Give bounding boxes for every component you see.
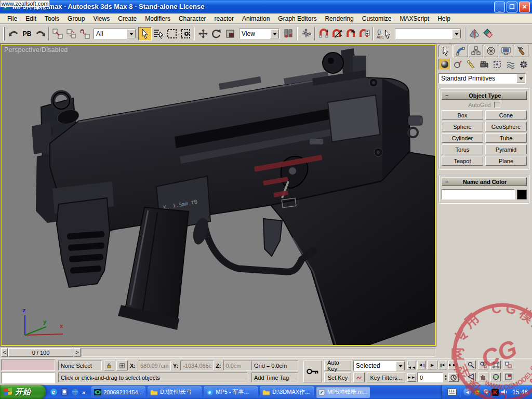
media-player-icon[interactable] — [61, 388, 68, 396]
pan-button[interactable] — [478, 373, 488, 381]
align-button[interactable] — [481, 27, 495, 41]
tray-clock[interactable]: 15:46 — [512, 389, 528, 396]
spinner-snap-button[interactable] — [357, 27, 371, 41]
current-frame-field[interactable]: 0 — [417, 373, 443, 382]
frame-spinner[interactable]: ▲▼ — [444, 374, 447, 381]
task-ie-mp5[interactable]: e MP5 - 军事... — [204, 387, 258, 398]
set-key-button[interactable]: Set Key — [324, 373, 351, 382]
next-frame-button[interactable]: ||► — [438, 361, 447, 369]
undo-button[interactable] — [7, 27, 21, 41]
time-next-button[interactable]: > — [74, 348, 81, 357]
cone-button[interactable]: Cone — [485, 110, 527, 120]
arc-rotate-button[interactable] — [490, 373, 501, 381]
pyramid-button[interactable]: Pyramid — [485, 144, 527, 154]
task-acdsee[interactable]: 20069211454... — [91, 387, 145, 398]
selection-filter-dropdown[interactable]: All — [94, 29, 136, 39]
select-object-button[interactable] — [138, 27, 152, 41]
field-of-view-button[interactable] — [466, 373, 476, 381]
menu-modifiers[interactable]: Modifiers — [141, 14, 175, 23]
tab-create[interactable] — [438, 45, 453, 57]
previous-frame-button[interactable]: ◄|| — [417, 361, 426, 369]
category-helpers[interactable] — [491, 59, 503, 70]
select-link-button[interactable] — [51, 27, 64, 41]
selection-lock-button[interactable] — [104, 361, 114, 370]
min-max-toggle-button[interactable] — [503, 373, 513, 381]
use-center-button[interactable] — [282, 27, 295, 41]
category-geometry[interactable] — [438, 59, 450, 70]
maxscript-mini-listener[interactable] — [1, 360, 55, 384]
redo-button[interactable] — [33, 27, 47, 41]
go-to-start-button[interactable]: |◄◄ — [407, 361, 416, 369]
named-selection-dropdown[interactable] — [395, 29, 461, 39]
task-3dsmax-file[interactable]: MP5冲锋枪.m... — [316, 387, 370, 398]
listener-pane[interactable] — [1, 372, 55, 383]
perspective-viewport[interactable]: Perspective/Disabled — [1, 44, 436, 346]
torus-button[interactable]: Torus — [442, 144, 483, 154]
gun-model[interactable]: K. 1.5mm tB — [2, 45, 436, 346]
name-color-header[interactable]: − Name and Color — [442, 177, 527, 186]
time-slider-handle[interactable]: 0 / 100 — [8, 348, 73, 357]
ref-coord-dropdown[interactable]: View — [239, 29, 280, 39]
zoom-button[interactable] — [466, 361, 476, 369]
z-coordinate-field[interactable]: 0.0cm — [223, 361, 252, 370]
menu-character[interactable]: Character — [175, 14, 210, 23]
minimize-button[interactable]: _ — [494, 2, 505, 12]
ie-quicklaunch-icon[interactable]: e — [50, 388, 58, 396]
angle-snap-button[interactable] — [330, 27, 344, 41]
language-keyboard-icon[interactable] — [447, 389, 457, 395]
kaspersky-icon[interactable]: K — [491, 389, 499, 396]
rect-selection-region-button[interactable] — [165, 27, 179, 41]
menu-file[interactable]: File — [3, 14, 21, 23]
category-systems[interactable] — [518, 59, 530, 70]
tube-button[interactable]: Tube — [485, 133, 527, 143]
macro-recorder-pane[interactable] — [1, 360, 55, 371]
tab-display[interactable] — [499, 45, 513, 57]
set-key-toggle-button[interactable] — [303, 361, 322, 382]
menu-edit[interactable]: Edit — [21, 14, 41, 23]
menu-animation[interactable]: Animation — [238, 14, 274, 23]
menu-maxscript[interactable]: MAXScript — [395, 14, 433, 23]
browser-quicklaunch-icon[interactable] — [71, 388, 79, 396]
auto-key-button[interactable]: Auto Key — [324, 361, 351, 370]
select-manipulate-button[interactable] — [299, 27, 313, 41]
time-prev-button[interactable]: < — [1, 348, 8, 357]
volume-icon[interactable] — [501, 389, 508, 395]
teapot-button[interactable]: Teapot — [442, 156, 483, 166]
menu-tools[interactable]: Tools — [41, 14, 63, 23]
restore-button[interactable]: ❐ — [507, 2, 517, 12]
category-shapes[interactable] — [451, 59, 463, 70]
default-in-out-tangent-button[interactable] — [353, 373, 365, 382]
category-cameras[interactable] — [478, 59, 490, 70]
zoom-all-button[interactable] — [478, 361, 488, 369]
object-name-input[interactable] — [442, 189, 515, 200]
key-filters-button[interactable]: Key Filters... — [367, 373, 405, 382]
go-to-end-button[interactable]: ►►| — [448, 361, 457, 369]
menu-reactor[interactable]: reactor — [210, 14, 238, 23]
menu-group[interactable]: Group — [63, 14, 89, 23]
tab-hierarchy[interactable] — [469, 45, 483, 57]
select-scale-button[interactable] — [223, 27, 237, 41]
select-by-name-button[interactable] — [152, 27, 165, 41]
window-crossing-button[interactable] — [179, 27, 192, 41]
close-button[interactable]: ✕ — [519, 2, 530, 12]
tray-app-icon[interactable] — [473, 389, 481, 396]
zoom-extents-button[interactable] — [490, 361, 501, 369]
object-color-swatch[interactable] — [517, 190, 527, 200]
primitive-category-dropdown[interactable]: Standard Primitives — [438, 73, 526, 84]
tab-motion[interactable] — [484, 45, 498, 57]
category-lights[interactable] — [465, 59, 477, 70]
named-selection-sets-button[interactable]: {}ABC — [375, 27, 393, 41]
toolbar-grip[interactable] — [3, 27, 5, 41]
menu-create[interactable]: Create — [114, 14, 141, 23]
absolute-mode-button[interactable] — [116, 361, 128, 370]
start-button[interactable]: 开始 — [0, 385, 46, 399]
select-move-button[interactable] — [196, 27, 210, 41]
object-type-header[interactable]: − Object Type — [442, 91, 527, 100]
menu-help[interactable]: Help — [433, 14, 455, 23]
add-time-tag[interactable]: Add Time Tag — [251, 373, 298, 382]
menu-customize[interactable]: Customize — [358, 14, 396, 23]
task-folder-ruanjian[interactable]: D:\软件\长弓 — [148, 387, 202, 398]
plane-button[interactable]: Plane — [485, 156, 527, 166]
sphere-button[interactable]: Sphere — [442, 122, 483, 131]
pb-button[interactable]: PB — [21, 27, 33, 41]
